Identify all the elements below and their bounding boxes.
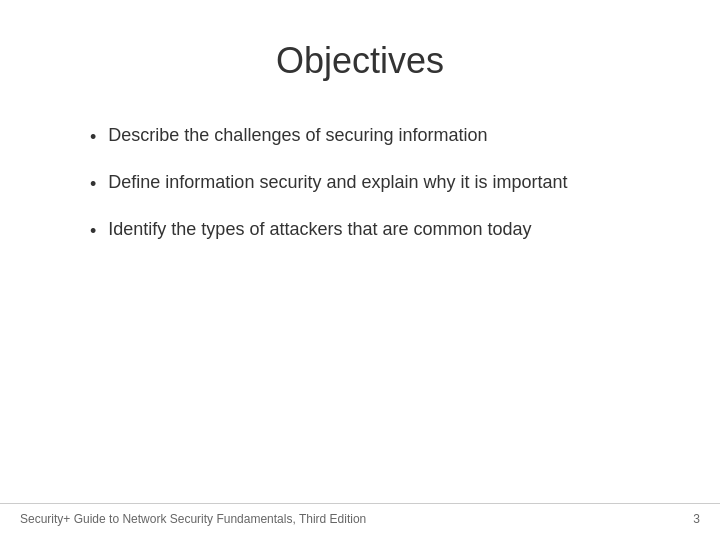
list-item: • Identify the types of attackers that a… xyxy=(90,216,660,245)
slide-content: Objectives • Describe the challenges of … xyxy=(0,0,720,540)
footer-page-number: 3 xyxy=(693,512,700,526)
list-item: • Describe the challenges of securing in… xyxy=(90,122,660,151)
objectives-list: • Describe the challenges of securing in… xyxy=(90,122,660,263)
list-item: • Define information security and explai… xyxy=(90,169,660,198)
bullet-icon: • xyxy=(90,171,96,198)
objective-text-2: Define information security and explain … xyxy=(108,169,567,196)
bullet-icon: • xyxy=(90,218,96,245)
slide-container: Objectives • Describe the challenges of … xyxy=(0,0,720,540)
slide-footer: Security+ Guide to Network Security Fund… xyxy=(0,503,720,526)
objective-text-3: Identify the types of attackers that are… xyxy=(108,216,531,243)
objective-text-1: Describe the challenges of securing info… xyxy=(108,122,487,149)
footer-left-text: Security+ Guide to Network Security Fund… xyxy=(20,512,366,526)
slide-title: Objectives xyxy=(60,40,660,82)
bullet-icon: • xyxy=(90,124,96,151)
